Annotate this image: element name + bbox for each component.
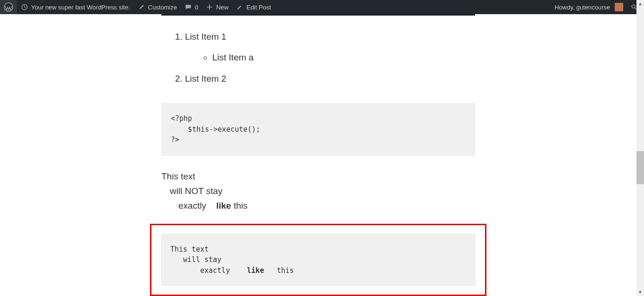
list-item: List Item 1 List Item a xyxy=(185,30,475,65)
code-block-preformatted: This text will stay exactly like this xyxy=(161,234,476,287)
site-name-label: Your new super fast WordPress site. xyxy=(31,4,130,11)
list-item: List Item a xyxy=(212,51,475,65)
para-bold-like: like xyxy=(216,201,231,211)
vertical-scrollbar[interactable]: ▲ ▼ xyxy=(636,0,644,296)
edit-post-menu[interactable]: Edit Post xyxy=(232,0,275,14)
ordered-list: List Item 1 List Item a List Item 2 xyxy=(161,30,475,86)
scroll-up-arrow-icon[interactable]: ▲ xyxy=(636,0,644,8)
pre-bold-like: like xyxy=(247,266,264,275)
wordpress-icon xyxy=(4,2,13,12)
paragraph-not-preserved: This text will NOT stay exactly like thi… xyxy=(161,169,475,213)
site-name-menu[interactable]: Your new super fast WordPress site. xyxy=(17,0,134,14)
list-item-text: List Item 2 xyxy=(185,74,226,84)
avatar xyxy=(615,3,623,11)
customize-label: Customize xyxy=(148,4,177,11)
wp-admin-bar: Your new super fast WordPress site. Cust… xyxy=(0,0,644,14)
post-content: List Item 1 List Item a List Item 2 <?ph… xyxy=(161,14,475,296)
list-item: List Item 2 xyxy=(185,72,475,86)
para-line-3: exactly like this xyxy=(161,198,475,213)
para-line-2: will NOT stay xyxy=(161,184,475,198)
adminbar-left: Your new super fast WordPress site. Cust… xyxy=(0,0,275,14)
adminbar-right: Howdy, gutencourse xyxy=(551,0,641,14)
pencil-icon xyxy=(236,3,243,11)
page-content-wrap: List Item 1 List Item a List Item 2 <?ph… xyxy=(0,14,644,296)
code-block-php: <?php $this->execute(); ?> xyxy=(161,103,475,156)
divider-bar xyxy=(161,14,475,16)
para-line-1: This text xyxy=(161,171,195,181)
svg-point-2 xyxy=(632,5,635,8)
dashboard-icon xyxy=(21,3,28,11)
my-account-menu[interactable]: Howdy, gutencourse xyxy=(551,0,627,14)
plus-icon xyxy=(206,3,213,11)
howdy-text: Howdy, gutencourse xyxy=(554,4,610,11)
scroll-down-arrow-icon[interactable]: ▼ xyxy=(636,288,644,296)
edit-post-label: Edit Post xyxy=(246,4,271,11)
wp-logo-menu[interactable] xyxy=(0,0,17,14)
list-item-text: List Item 1 xyxy=(185,32,226,42)
new-content-menu[interactable]: New xyxy=(202,0,232,14)
list-item-text: List Item a xyxy=(212,52,254,62)
comments-count: 0 xyxy=(195,4,198,11)
new-label: New xyxy=(216,4,228,11)
unordered-sublist: List Item a xyxy=(185,51,475,65)
comments-menu[interactable]: 0 xyxy=(181,0,202,14)
paintbrush-icon xyxy=(138,3,145,11)
customize-menu[interactable]: Customize xyxy=(134,0,181,14)
comment-icon xyxy=(184,3,192,11)
highlighted-preformatted-box: This text will stay exactly like this xyxy=(150,224,486,296)
scroll-thumb[interactable] xyxy=(636,151,644,184)
